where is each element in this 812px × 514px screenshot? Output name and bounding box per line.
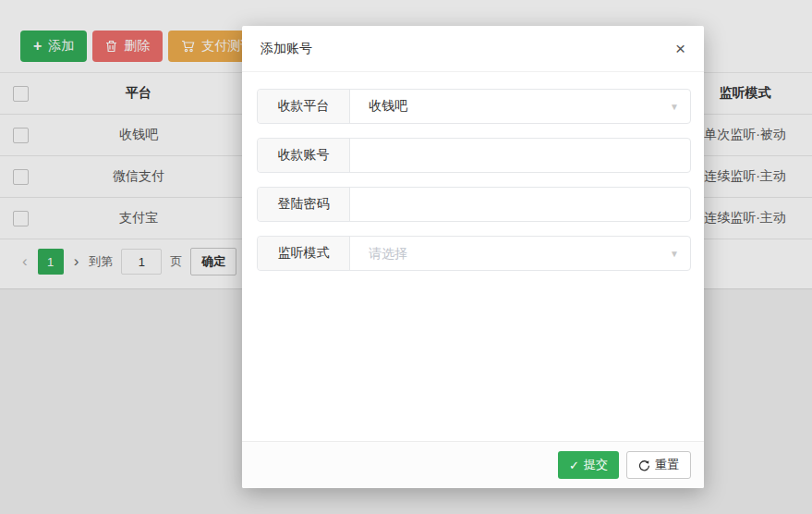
modal-footer: ✓ 提交 重置	[242, 441, 704, 488]
field-label: 监听模式	[258, 237, 350, 270]
modal-body: 收款平台 ▼ 收款账号 登陆密码 监听模式 ▼	[242, 72, 704, 441]
payment-platform-value[interactable]	[369, 99, 662, 114]
close-icon[interactable]: ×	[675, 40, 685, 57]
field-listen-mode: 监听模式 ▼	[257, 236, 691, 271]
modal-header: 添加账号 ×	[242, 26, 704, 72]
add-account-modal: 添加账号 × 收款平台 ▼ 收款账号 登陆密码 监听模式	[242, 26, 704, 488]
submit-button[interactable]: ✓ 提交	[558, 451, 619, 479]
listen-mode-select[interactable]: ▼	[350, 237, 690, 270]
reset-button-label: 重置	[655, 457, 679, 473]
payment-account-input[interactable]	[369, 148, 679, 163]
payment-platform-select[interactable]: ▼	[350, 90, 690, 123]
field-label: 收款账号	[258, 139, 350, 172]
chevron-down-icon[interactable]: ▼	[670, 102, 679, 112]
chevron-down-icon[interactable]: ▼	[670, 249, 679, 259]
field-label: 收款平台	[258, 90, 350, 123]
field-payment-account: 收款账号	[257, 138, 691, 173]
submit-button-label: 提交	[584, 457, 608, 473]
modal-title: 添加账号	[261, 41, 312, 57]
field-payment-platform: 收款平台 ▼	[257, 89, 691, 124]
refresh-icon	[638, 459, 650, 471]
field-login-password: 登陆密码	[257, 187, 691, 222]
check-icon: ✓	[569, 459, 579, 472]
login-password-input[interactable]	[369, 197, 679, 212]
reset-button[interactable]: 重置	[626, 451, 691, 479]
field-label: 登陆密码	[258, 188, 350, 221]
listen-mode-value[interactable]	[369, 246, 662, 261]
